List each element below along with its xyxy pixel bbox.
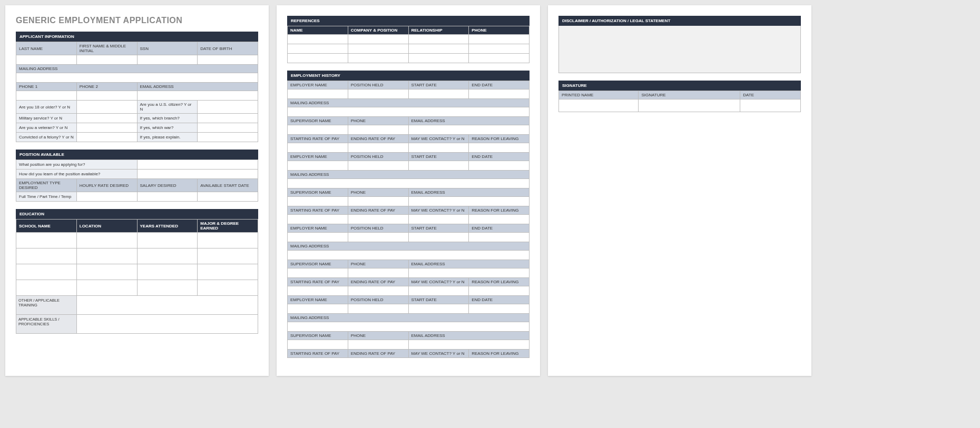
input-citizen[interactable] <box>198 101 258 114</box>
input-emp-email[interactable] <box>408 340 530 350</box>
input-end-date[interactable] <box>469 304 530 314</box>
input-other-training[interactable] <box>76 296 258 315</box>
input-emp-email[interactable] <box>408 125 530 135</box>
input-reason[interactable] <box>469 215 530 224</box>
input-veteran-war[interactable] <box>198 123 258 133</box>
input-pos-held[interactable] <box>348 89 408 99</box>
ref-row[interactable] <box>348 44 408 54</box>
edu-row[interactable] <box>16 264 77 280</box>
input-contact[interactable] <box>408 215 469 224</box>
ref-row[interactable] <box>348 54 408 63</box>
input-military-branch[interactable] <box>198 114 258 123</box>
input-end-date[interactable] <box>469 161 530 171</box>
input-start-date[interactable] <box>408 89 469 99</box>
input-printed-name[interactable] <box>559 99 639 112</box>
input-emp-mailing[interactable] <box>288 107 530 117</box>
input-emp-mailing[interactable] <box>288 251 530 260</box>
input-pos-q1[interactable] <box>137 160 258 170</box>
input-contact[interactable] <box>408 143 469 153</box>
input-phone1[interactable] <box>16 91 77 101</box>
ref-row[interactable] <box>288 54 348 63</box>
input-supervisor[interactable] <box>288 268 348 278</box>
input-pos-held[interactable] <box>348 304 408 314</box>
input-start-date[interactable] <box>408 304 469 314</box>
input-supervisor[interactable] <box>288 125 348 135</box>
edu-row[interactable] <box>16 280 77 296</box>
input-ssn[interactable] <box>137 55 198 65</box>
edu-row[interactable] <box>76 233 137 248</box>
input-reason[interactable] <box>469 143 530 153</box>
ref-row[interactable] <box>469 44 530 54</box>
edu-row[interactable] <box>198 233 258 248</box>
input-contact[interactable] <box>408 286 469 296</box>
input-signature[interactable] <box>639 99 740 112</box>
input-employer[interactable] <box>288 233 348 242</box>
input-employer[interactable] <box>288 89 348 99</box>
ref-row[interactable] <box>469 54 530 63</box>
edu-row[interactable] <box>16 248 77 264</box>
input-18[interactable] <box>76 101 137 114</box>
input-emp-phone[interactable] <box>348 197 408 206</box>
ref-row[interactable] <box>469 35 530 44</box>
edu-row[interactable] <box>16 233 77 248</box>
col-ref-company: COMPANY & POSITION <box>348 26 408 35</box>
ref-row[interactable] <box>408 54 469 63</box>
edu-row[interactable] <box>76 248 137 264</box>
input-end-date[interactable] <box>469 89 530 99</box>
input-felony[interactable] <box>76 133 137 142</box>
input-end-pay[interactable] <box>348 286 408 296</box>
edu-row[interactable] <box>198 248 258 264</box>
input-start-date[interactable] <box>408 233 469 242</box>
edu-row[interactable] <box>76 280 137 296</box>
input-pos-held[interactable] <box>348 161 408 171</box>
ref-row[interactable] <box>348 35 408 44</box>
input-mailing[interactable] <box>16 73 258 83</box>
input-date[interactable] <box>740 99 801 112</box>
edu-row[interactable] <box>76 264 137 280</box>
input-pos-held[interactable] <box>348 233 408 242</box>
ref-row[interactable] <box>288 35 348 44</box>
input-supervisor[interactable] <box>288 340 348 350</box>
ref-row[interactable] <box>408 35 469 44</box>
input-end-pay[interactable] <box>348 215 408 224</box>
input-end-pay[interactable] <box>348 143 408 153</box>
input-emp-email[interactable] <box>408 268 530 278</box>
input-emp-phone[interactable] <box>348 268 408 278</box>
input-employer[interactable] <box>288 161 348 171</box>
input-emp-mailing[interactable] <box>288 179 530 188</box>
edu-row[interactable] <box>137 233 198 248</box>
input-salary[interactable] <box>137 192 198 202</box>
input-dob[interactable] <box>198 55 258 65</box>
input-pos-q2[interactable] <box>137 170 258 179</box>
input-skills[interactable] <box>76 315 258 334</box>
input-hourly[interactable] <box>76 192 137 202</box>
ref-row[interactable] <box>408 44 469 54</box>
input-start-date[interactable] <box>408 161 469 171</box>
edu-row[interactable] <box>137 280 198 296</box>
input-emp-email[interactable] <box>408 197 530 206</box>
edu-row[interactable] <box>198 280 258 296</box>
input-start-pay[interactable] <box>288 143 348 153</box>
input-first-name[interactable] <box>76 55 137 65</box>
input-emp-phone[interactable] <box>348 125 408 135</box>
edu-row[interactable] <box>198 264 258 280</box>
input-military[interactable] <box>76 114 137 123</box>
label-felony: Convicted of a felony? Y or N <box>16 133 77 142</box>
input-start[interactable] <box>198 192 258 202</box>
ref-row[interactable] <box>288 44 348 54</box>
input-veteran[interactable] <box>76 123 137 133</box>
input-phone2[interactable] <box>76 91 137 101</box>
input-start-pay[interactable] <box>288 286 348 296</box>
input-last-name[interactable] <box>16 55 77 65</box>
input-emp-phone[interactable] <box>348 340 408 350</box>
input-emp-mailing[interactable] <box>288 322 530 332</box>
input-email[interactable] <box>137 91 258 101</box>
input-end-date[interactable] <box>469 233 530 242</box>
edu-row[interactable] <box>137 264 198 280</box>
edu-row[interactable] <box>137 248 198 264</box>
input-felony-explain[interactable] <box>198 133 258 142</box>
input-employer[interactable] <box>288 304 348 314</box>
input-start-pay[interactable] <box>288 215 348 224</box>
input-reason[interactable] <box>469 286 530 296</box>
input-supervisor[interactable] <box>288 197 348 206</box>
